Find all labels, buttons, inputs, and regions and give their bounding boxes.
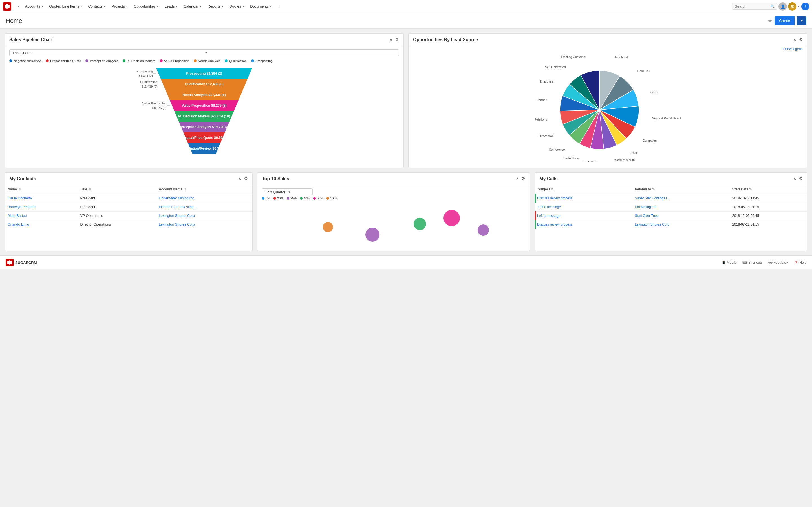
col-start-date[interactable]: Start Date ⇅ bbox=[730, 185, 807, 194]
call-related-cell: Super Star Holdings I... bbox=[632, 194, 730, 203]
call-related-link[interactable]: Lexington Shores Corp bbox=[635, 223, 669, 226]
funnel-stage-label: Prospecting $1,394 (2) bbox=[186, 71, 222, 75]
show-legend-link[interactable]: Show legend bbox=[409, 46, 807, 52]
sidebar-item-opportunities[interactable]: Opportunities ▼ bbox=[132, 3, 161, 10]
sidebar-item-quotes[interactable]: Quotes ▼ bbox=[227, 3, 247, 10]
shortcuts-label: Shortcuts bbox=[748, 261, 763, 265]
leads-chevron-icon: ▼ bbox=[175, 5, 178, 8]
my-contacts-collapse-button[interactable]: ∧ bbox=[238, 176, 242, 181]
top10-sales-settings-button[interactable]: ⚙ bbox=[521, 176, 525, 181]
favorite-star-icon[interactable]: ★ bbox=[768, 18, 772, 24]
avatar-chevron-icon[interactable]: ▼ bbox=[798, 5, 800, 8]
call-subject-link[interactable]: Left a message bbox=[538, 205, 561, 209]
call-related-link[interactable]: Start Over Trust bbox=[635, 214, 659, 218]
col-subject[interactable]: Subject ⇅ bbox=[536, 185, 632, 194]
bubble-legend-dot-icon bbox=[313, 197, 316, 200]
my-calls-collapse-button[interactable]: ∧ bbox=[793, 176, 797, 181]
app-logo[interactable] bbox=[3, 2, 11, 11]
quotes-chevron-icon: ▼ bbox=[242, 5, 245, 8]
contact-account-link[interactable]: Lexington Shores Corp bbox=[159, 223, 195, 226]
footer-feedback-link[interactable]: 💬 Feedback bbox=[768, 261, 789, 265]
call-subject-link[interactable]: Discuss review process bbox=[537, 223, 572, 226]
contact-account-link[interactable]: Lexington Shores Corp bbox=[159, 214, 195, 218]
bubble[interactable] bbox=[444, 210, 460, 226]
user-icon-button[interactable]: 👤 bbox=[778, 2, 787, 11]
contact-account-link[interactable]: Income Free Investing ... bbox=[159, 205, 198, 209]
footer-logo: SUGARCRM bbox=[6, 259, 37, 267]
contact-name-link[interactable]: Carlie Docherty bbox=[8, 196, 32, 200]
legend-dot-icon bbox=[251, 59, 254, 62]
opp-by-lead-header: Opportunities By Lead Source ∧ ⚙ bbox=[409, 34, 807, 46]
call-related-link[interactable]: Super Star Holdings I... bbox=[635, 196, 670, 200]
opp-by-lead-card: Opportunities By Lead Source ∧ ⚙ Show le… bbox=[408, 33, 808, 168]
search-input[interactable] bbox=[735, 4, 769, 8]
my-calls-settings-button[interactable]: ⚙ bbox=[799, 176, 803, 181]
pie-label: Word of mouth bbox=[614, 158, 635, 162]
opp-by-lead-settings-button[interactable]: ⚙ bbox=[799, 37, 803, 42]
footer-shortcuts-link[interactable]: ⌨ Shortcuts bbox=[742, 261, 763, 265]
sales-pipeline-filter[interactable]: This Quarter ▼ bbox=[9, 49, 399, 56]
search-icon[interactable]: 🔍 bbox=[770, 4, 775, 8]
svg-text:$1,394 (2): $1,394 (2) bbox=[139, 74, 153, 77]
contacts-table: Name ⇅ Title ⇅ Account Name ⇅ Carlie Doc… bbox=[5, 185, 252, 229]
bubble[interactable] bbox=[414, 218, 426, 230]
top-row: Sales Pipeline Chart ∧ ⚙ This Quarter ▼ … bbox=[4, 33, 808, 168]
legend-item: Qualification bbox=[225, 59, 247, 62]
more-items-button[interactable]: ⋮ bbox=[275, 3, 283, 10]
sidebar-item-accounts[interactable]: Accounts ▼ bbox=[23, 3, 46, 10]
sidebar-item-calendar[interactable]: Calendar ▼ bbox=[181, 3, 204, 10]
accounts-chevron-icon: ▼ bbox=[41, 5, 43, 8]
contact-name-cell: Alida Bartee bbox=[5, 212, 78, 220]
col-account[interactable]: Account Name ⇅ bbox=[156, 185, 252, 194]
col-title[interactable]: Title ⇅ bbox=[78, 185, 156, 194]
pie-label: Existing Customer bbox=[561, 55, 587, 59]
funnel-stage-label: Id. Decision Makers $23,014 (10) bbox=[178, 114, 230, 118]
contact-name-link[interactable]: Alida Bartee bbox=[8, 214, 27, 218]
sales-pipeline-collapse-button[interactable]: ∧ bbox=[389, 37, 393, 42]
quick-add-button[interactable]: + bbox=[801, 3, 809, 10]
contact-title-cell: President bbox=[78, 194, 156, 203]
sidebar-item-reports[interactable]: Reports ▼ bbox=[205, 3, 226, 10]
top10-sales-collapse-button[interactable]: ∧ bbox=[516, 176, 519, 181]
sidebar-item-contacts[interactable]: Contacts ▼ bbox=[86, 3, 108, 10]
top10-filter[interactable]: This Quarter ▼ bbox=[262, 188, 313, 195]
footer-mobile-link[interactable]: 📱 Mobile bbox=[721, 261, 737, 265]
calendar-chevron-icon: ▼ bbox=[199, 5, 202, 8]
nav-item-appicon[interactable]: ▼ bbox=[15, 4, 22, 9]
logo-icon bbox=[4, 4, 10, 9]
sidebar-item-projects[interactable]: Projects ▼ bbox=[109, 3, 131, 10]
contact-account-link[interactable]: Underwater Mining Inc. bbox=[159, 196, 195, 200]
sidebar-item-documents[interactable]: Documents ▼ bbox=[248, 3, 274, 10]
bubble[interactable] bbox=[365, 228, 379, 242]
bubble-legend-dot-icon bbox=[300, 197, 303, 200]
mobile-label: Mobile bbox=[727, 261, 737, 265]
sidebar-item-leads[interactable]: Leads ▼ bbox=[162, 3, 180, 10]
call-subject-link[interactable]: Left a message bbox=[537, 214, 560, 218]
contact-account-cell: Lexington Shores Corp bbox=[156, 212, 252, 220]
svg-text:$8,275 (8): $8,275 (8) bbox=[152, 106, 166, 110]
col-related[interactable]: Related to ⇅ bbox=[632, 185, 730, 194]
create-dropdown-button[interactable]: ▼ bbox=[797, 16, 806, 25]
bubble-legend-label: 40% bbox=[304, 196, 310, 200]
contact-name-link[interactable]: Orlando Emig bbox=[8, 223, 29, 226]
avatar[interactable]: JD bbox=[788, 2, 797, 11]
bubble[interactable] bbox=[477, 224, 489, 236]
create-button[interactable]: Create bbox=[774, 16, 795, 25]
legend-item: Negotiation/Review bbox=[9, 59, 42, 62]
footer-help-link[interactable]: ❓ Help bbox=[794, 261, 806, 265]
bubble-legend-dot-icon bbox=[326, 197, 329, 200]
opp-by-lead-collapse-button[interactable]: ∧ bbox=[793, 37, 797, 42]
contact-name-link[interactable]: Bronwyn Penman bbox=[8, 205, 36, 209]
help-label: Help bbox=[799, 261, 806, 265]
call-related-link[interactable]: Dirt Mining Ltd bbox=[635, 205, 656, 209]
call-subject-link[interactable]: Discuss review process bbox=[537, 196, 572, 200]
my-contacts-settings-button[interactable]: ⚙ bbox=[244, 176, 248, 181]
call-related-cell: Start Over Trust bbox=[632, 212, 730, 220]
pie-label: Email bbox=[630, 151, 638, 154]
sales-pipeline-settings-button[interactable]: ⚙ bbox=[395, 37, 399, 42]
contact-name-cell: Carlie Docherty bbox=[5, 194, 78, 203]
sidebar-item-quoted-line-items[interactable]: Quoted Line Items ▼ bbox=[47, 3, 85, 10]
col-name[interactable]: Name ⇅ bbox=[5, 185, 78, 194]
bubble-legend-item: 50% bbox=[313, 196, 323, 200]
bubble[interactable] bbox=[323, 222, 333, 232]
